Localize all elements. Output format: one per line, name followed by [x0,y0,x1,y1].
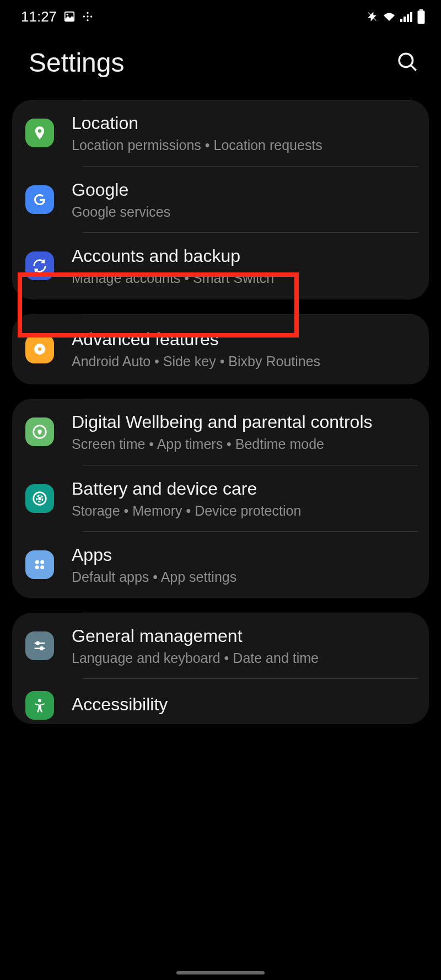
item-subtitle: Location permissions • Location requests [72,136,418,154]
svg-point-13 [399,53,413,67]
settings-item-wellbeing[interactable]: Digital Wellbeing and parental controls … [12,399,429,465]
svg-rect-11 [420,9,423,10]
item-title: Location [72,112,418,134]
svg-point-24 [35,565,39,569]
svg-point-21 [39,497,40,499]
item-subtitle: Language and keyboard • Date and time [72,649,418,667]
search-button[interactable] [396,50,419,76]
svg-rect-10 [410,12,412,22]
item-subtitle: Android Auto • Side key • Bixby Routines [72,352,418,371]
settings-group: General management Language and keyboard… [12,613,429,725]
settings-item-battery[interactable]: Battery and device care Storage • Memory… [12,465,429,532]
svg-point-29 [40,647,43,650]
svg-rect-9 [407,14,409,22]
settings-list: Location Location permissions • Location… [0,100,441,724]
status-left: 11:27 [21,8,93,25]
settings-group: Digital Wellbeing and parental controls … [12,399,429,598]
item-subtitle: Screen time • App timers • Bedtime mode [72,435,418,453]
page-title: Settings [29,47,124,78]
accessibility-icon [25,691,54,720]
settings-group: Advanced features Android Auto • Side ke… [12,314,429,385]
battery-care-icon [25,484,54,513]
status-time: 11:27 [21,8,57,25]
item-subtitle: Storage • Memory • Device protection [72,502,418,520]
svg-point-6 [87,19,88,21]
settings-item-google[interactable]: Google Google services [12,167,429,233]
item-subtitle: Default apps • App settings [72,568,418,586]
google-icon [25,185,54,214]
item-title: Digital Wellbeing and parental controls [72,411,418,433]
svg-point-17 [38,347,41,351]
svg-point-2 [87,12,88,14]
wifi-icon [383,11,396,22]
item-title: General management [72,625,418,647]
svg-point-30 [38,699,41,702]
picture-icon [63,10,76,23]
svg-point-22 [35,560,39,564]
svg-rect-12 [418,10,425,24]
svg-point-5 [90,15,92,17]
svg-point-15 [38,129,42,133]
item-title: Battery and device care [72,478,418,500]
item-subtitle: Google services [72,203,418,221]
svg-rect-7 [400,19,402,22]
svg-line-14 [411,65,416,71]
settings-item-apps[interactable]: Apps Default apps • App settings [12,532,429,598]
svg-point-1 [67,14,68,15]
signal-icon [400,11,412,22]
page-header: Settings [0,30,441,100]
settings-item-location[interactable]: Location Location permissions • Location… [12,100,429,167]
sync-icon [25,251,54,280]
settings-item-accessibility[interactable]: Accessibility [12,679,429,724]
advanced-icon [25,335,54,363]
item-subtitle: Manage accounts • Smart Switch [72,269,418,287]
item-title: Accounts and backup [72,245,418,267]
home-indicator[interactable] [176,971,265,974]
battery-icon [417,9,426,24]
item-title: Advanced features [72,328,418,350]
settings-item-accounts-backup[interactable]: Accounts and backup Manage accounts • Sm… [12,233,429,299]
svg-point-27 [36,642,39,645]
status-bar: 11:27 [0,0,441,30]
settings-item-general[interactable]: General management Language and keyboard… [12,613,429,679]
settings-group: Location Location permissions • Location… [12,100,429,299]
sliders-icon [25,631,54,660]
svg-point-25 [40,565,44,569]
apps-icon [25,550,54,579]
item-title: Accessibility [72,693,418,715]
svg-point-3 [83,15,85,17]
app-grid-icon [82,11,93,22]
vibrate-icon [366,10,378,23]
settings-item-advanced[interactable]: Advanced features Android Auto • Side ke… [12,314,429,385]
svg-rect-8 [404,17,406,22]
item-title: Google [72,179,418,201]
wellbeing-icon [25,417,54,446]
svg-point-4 [87,15,88,17]
svg-point-23 [40,560,44,564]
item-title: Apps [72,544,418,566]
status-right [366,9,426,24]
location-icon [25,119,54,147]
